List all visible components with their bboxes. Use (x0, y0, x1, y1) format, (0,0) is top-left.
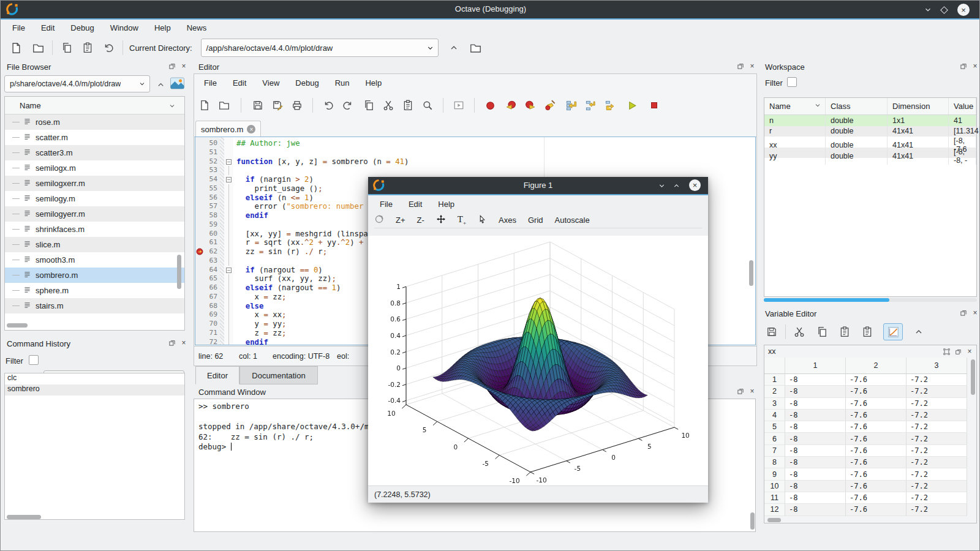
file-browser-vscrollbar[interactable] (177, 255, 181, 289)
file-row-rose-m[interactable]: rose.m (5, 114, 184, 130)
command-window-vscrollbar[interactable] (750, 512, 755, 530)
undock-icon[interactable] (168, 62, 176, 70)
ve-cell[interactable]: -7.2 (907, 481, 967, 492)
close-panel-icon[interactable]: × (748, 62, 756, 70)
ve-row-9[interactable]: 9-8-7.6-7.2 (764, 468, 976, 480)
ve-column-1[interactable]: 1 (785, 358, 846, 374)
ve-row-11[interactable]: 11-8-7.6-7.2 (764, 492, 976, 504)
code-line-52[interactable]: 52–function [x, y, z] = sombrero (n = 41… (195, 157, 755, 167)
file-row-semilogxerr-m[interactable]: semilogxerr.m (5, 176, 184, 191)
workspace-column-name[interactable]: Name (764, 98, 826, 114)
file-row-semilogyerr-m[interactable]: semilogyerr.m (5, 206, 184, 222)
paste-icon[interactable] (80, 40, 96, 56)
ve-cell[interactable]: -7.6 (846, 421, 907, 433)
fold-marker-icon[interactable]: – (226, 268, 232, 273)
figure-titlebar[interactable]: Figure 1 × (368, 177, 708, 194)
window-titlebar[interactable]: Octave (Debugging) × (1, 1, 980, 18)
directory-up-icon[interactable] (446, 40, 462, 56)
command-history-hscrollbar[interactable] (7, 515, 41, 519)
zoom-out-button[interactable]: Z- (417, 216, 424, 225)
tab-close-icon[interactable]: × (247, 125, 255, 133)
file-row-sphere-m[interactable]: sphere.m (5, 283, 184, 298)
ve-cell[interactable]: -7.6 (846, 374, 907, 386)
toggle-breakpoint-icon[interactable] (482, 97, 498, 113)
open-file-icon[interactable] (216, 97, 232, 113)
new-script-icon[interactable] (8, 40, 24, 56)
select-tool-icon[interactable] (478, 215, 487, 226)
save-file-icon[interactable] (250, 97, 266, 113)
find-replace-icon[interactable] (420, 97, 435, 113)
file-row-scatter-m[interactable]: scatter.m (5, 130, 184, 145)
menu-news[interactable]: News (179, 23, 215, 32)
ve-cell[interactable]: -8 (785, 481, 846, 492)
ve-row-10[interactable]: 10-8-7.6-7.2 (764, 481, 976, 492)
step-icon[interactable] (563, 97, 579, 113)
close-panel-icon[interactable]: × (971, 62, 979, 70)
minimize-button[interactable] (922, 4, 934, 16)
undo-icon[interactable] (320, 97, 336, 113)
open-file-icon[interactable] (30, 40, 46, 56)
copy-icon[interactable] (814, 324, 830, 340)
editor-menu-view[interactable]: View (254, 78, 287, 88)
ve-row-8[interactable]: 8-8-7.6-7.2 (764, 457, 976, 468)
print-icon[interactable] (289, 97, 305, 113)
copy-icon[interactable] (59, 40, 75, 56)
ve-cell[interactable]: -8 (785, 374, 846, 386)
ve-cell[interactable]: -7.2 (907, 386, 967, 397)
ve-cell[interactable]: -7.6 (846, 504, 907, 515)
cut-icon[interactable] (791, 324, 807, 340)
file-row-slice-m[interactable]: slice.m (5, 237, 184, 252)
fold-marker-icon[interactable]: – (226, 159, 232, 165)
history-filter-checkbox[interactable] (29, 355, 39, 365)
ve-cell[interactable]: -8 (785, 398, 846, 410)
ve-cell[interactable]: -8 (785, 410, 846, 421)
ve-cell[interactable]: -7.6 (846, 433, 907, 444)
current-directory-combo[interactable]: /app/share/octave/4.4.0/m/plot/draw (201, 39, 439, 57)
close-panel-icon[interactable]: × (179, 339, 188, 347)
file-row-scatter3-m[interactable]: scatter3.m (5, 145, 184, 160)
paste-table-icon[interactable] (859, 324, 875, 340)
copy-icon[interactable] (361, 97, 377, 113)
clear-breakpoints-icon[interactable] (542, 97, 558, 113)
autoscale-button[interactable]: Autoscale (555, 216, 590, 225)
ve-cell[interactable]: -8 (785, 433, 846, 444)
ve-cell[interactable]: -7.6 (846, 468, 907, 480)
redo-icon[interactable] (340, 97, 356, 113)
up-level-icon[interactable] (911, 324, 927, 340)
ve-row-2[interactable]: 2-8-7.6-7.2 (764, 386, 976, 397)
ve-cell[interactable]: -8 (785, 445, 846, 457)
ve-cell[interactable]: -7.2 (907, 445, 967, 457)
close-icon[interactable]: × (965, 347, 974, 356)
paste-icon[interactable] (837, 324, 853, 340)
maximize-button[interactable] (938, 4, 950, 16)
variable-editor-header[interactable]: Variable Editor (760, 307, 979, 320)
ve-row-1[interactable]: 1-8-7.6-7.2 (764, 374, 976, 386)
step-out-icon[interactable] (602, 97, 618, 113)
ve-cell[interactable]: -8 (785, 492, 846, 504)
ve-cell[interactable]: -7.6 (846, 492, 907, 504)
workspace-row-yy[interactable]: yydouble41x41[-8, -8, - (764, 148, 976, 159)
ve-row-6[interactable]: 6-8-7.6-7.2 (764, 433, 976, 444)
previous-breakpoint-icon[interactable] (503, 97, 519, 113)
undo-icon[interactable] (100, 40, 116, 56)
variable-subwindow-titlebar[interactable]: xx × (764, 345, 976, 358)
ve-cell[interactable]: -8 (785, 386, 846, 397)
bottom-tab-editor[interactable]: Editor (195, 366, 239, 384)
workspace-hscrollbar[interactable] (764, 298, 889, 302)
ve-row-3[interactable]: 3-8-7.6-7.2 (764, 398, 976, 410)
file-list-header[interactable]: Name (5, 97, 184, 114)
editor-vscrollbar[interactable] (749, 260, 753, 286)
ve-cell[interactable]: -7.2 (907, 374, 967, 386)
axes-button[interactable]: Axes (499, 216, 516, 225)
menu-help[interactable]: Help (146, 23, 179, 32)
quit-debug-icon[interactable] (646, 97, 662, 113)
variable-editor-vscrollbar[interactable] (971, 359, 975, 395)
command-history-header[interactable]: Command History (2, 337, 189, 350)
editor-panel-header[interactable]: Editor (194, 60, 757, 73)
file-browser-hscrollbar[interactable] (7, 323, 28, 328)
tab-sombrero[interactable]: sombrero.m × (195, 121, 261, 137)
run-file-icon[interactable] (451, 97, 467, 113)
file-row-smooth3-m[interactable]: smooth3.m (5, 252, 184, 268)
new-script-icon[interactable] (197, 97, 213, 113)
file-row-shrinkfaces-m[interactable]: shrinkfaces.m (5, 222, 184, 237)
